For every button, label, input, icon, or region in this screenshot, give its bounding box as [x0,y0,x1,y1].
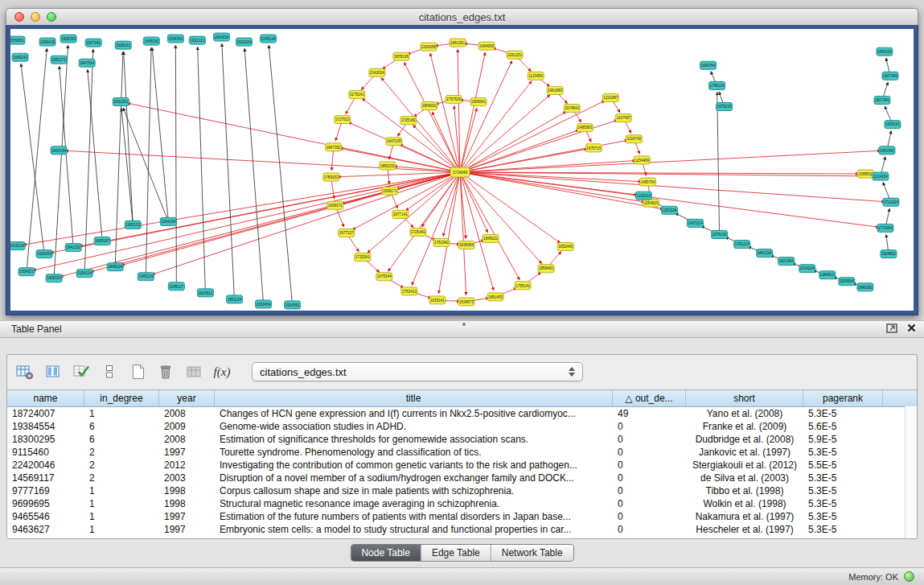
graph-node[interactable]: 1977137 [339,229,355,237]
column-header-pagerank[interactable]: pagerank [803,390,883,406]
zoom-window-button[interactable] [47,12,56,22]
graph-node[interactable]: 2264154 [160,217,176,225]
graph-node[interactable]: 1221987 [602,93,618,101]
table-row[interactable]: 1938455462009Genome-wide association stu… [7,420,917,433]
edit-columns-button[interactable] [72,363,91,381]
citation-edge-black[interactable] [88,69,102,241]
graph-node[interactable]: 2032454 [256,300,272,308]
graph-node[interactable]: 1664950 [478,42,495,50]
graph-node[interactable]: 1664794 [700,61,717,69]
citation-edge-red[interactable] [460,108,477,172]
citation-edge-red[interactable] [23,172,460,245]
graph-node[interactable]: 2245124 [261,35,277,43]
graph-node[interactable]: 1965224 [138,273,154,281]
tab-edge-table[interactable]: Edge Table [421,545,491,561]
table-row[interactable]: 946554611997Estimation of the future num… [7,510,917,523]
citation-edge-black[interactable] [152,47,168,221]
graph-node[interactable]: 1654321 [18,268,35,276]
graph-node[interactable]: 1721024 [883,198,899,206]
graph-node[interactable]: 1084512 [819,271,836,279]
citation-edge-red[interactable] [460,95,550,172]
network-canvas[interactable]: 1724049180604117575291899031172518216472… [10,29,914,311]
table-row[interactable]: 1456911722003Disruption of a novel membe… [7,472,917,484]
graph-node[interactable]: 1851124 [226,295,242,303]
column-header-in_degree[interactable]: in_degree [84,390,159,406]
graph-node[interactable]: 1936171 [382,187,398,195]
graph-node[interactable]: 2154124 [76,270,92,278]
graph-node[interactable]: 1425141 [885,121,901,129]
graph-node[interactable]: 1725182 [400,117,417,125]
graph-node[interactable]: 1942154 [51,146,67,154]
graph-node[interactable]: 1467214 [687,219,703,227]
graph-node[interactable]: 2051371 [51,56,67,64]
table-row[interactable]: 977716911998Corpus callosum shape and si… [7,484,917,497]
graph-node[interactable]: 1806041 [470,97,487,105]
graph-node[interactable]: 1845021 [483,234,499,242]
graph-node[interactable]: 1905324 [46,274,62,282]
graph-node[interactable]: 1841232 [65,244,81,252]
graph-node[interactable]: 1905141 [115,41,131,49]
graph-node[interactable]: 2245117 [168,282,184,290]
float-panel-icon[interactable] [886,323,897,336]
graph-node[interactable]: 1850232 [380,162,396,170]
graph-node[interactable]: 1495754 [639,178,655,186]
graph-node[interactable]: 1757529 [446,95,462,103]
graph-node[interactable]: 1124154 [873,172,889,180]
network-graph[interactable]: 1724049180604117575291899031172518216472… [10,29,914,311]
graph-node[interactable]: 1924224 [236,38,252,46]
graph-node[interactable]: 1921454 [778,257,795,266]
graph-node[interactable]: 1791224 [734,241,750,249]
citation-edge-red[interactable] [443,172,460,237]
graph-node[interactable]: 2051301 [113,97,129,105]
citation-edge-red[interactable] [460,160,635,172]
graph-node[interactable]: 2069419 [39,38,55,46]
graph-node[interactable]: 1789153 [323,173,339,181]
graph-node[interactable]: 1952443 [557,243,573,251]
column-header-title[interactable]: title [215,390,613,406]
table-row[interactable]: 2242004622012Investigating the contribut… [7,459,917,472]
graph-node[interactable]: 1845124 [107,263,123,271]
citation-edge-black[interactable] [27,48,47,272]
graph-node[interactable]: 1452441 [879,146,895,154]
graph-node[interactable]: 1961351 [450,39,466,47]
citation-edge-red[interactable] [460,140,628,172]
graph-node[interactable]: 1927344 [882,72,898,80]
citation-edge-red[interactable] [65,150,460,172]
graph-node[interactable]: 1635141 [429,296,446,304]
citation-edge-red[interactable] [460,150,881,172]
graph-node[interactable]: 2247341 [85,39,101,47]
graph-node[interactable]: 1053124 [661,206,677,214]
citation-edge-red[interactable] [127,103,460,172]
graph-node[interactable]: 1675344 [376,273,392,281]
table-row[interactable]: 1872400712008Changes of HCN gene express… [7,407,917,420]
graph-node[interactable]: 1932121 [189,36,205,44]
citation-edge-black[interactable] [198,47,206,293]
graph-node[interactable]: 1905132 [125,220,141,229]
citation-edge-red[interactable] [432,112,460,172]
citation-edge-red[interactable] [460,172,519,280]
graph-node[interactable]: 1924502 [881,250,897,258]
column-header-out_degree[interactable]: △ out_de... [613,390,686,406]
citation-edge-black[interactable] [146,47,151,277]
graph-node[interactable]: 1858491 [538,265,554,273]
citation-edge-black[interactable] [115,51,123,267]
graph-node[interactable]: 1275141 [349,90,365,98]
graph-node[interactable]: 1724049 [450,167,470,177]
table-row[interactable]: 911546021997Tourette syndrome. Phenomeno… [7,446,917,459]
graph-node[interactable]: 1123454 [528,72,544,80]
table-row[interactable]: 969969511998Structural magnetic resonanc… [7,497,917,510]
citation-edge-red[interactable] [460,112,566,172]
citation-edge-black[interactable] [124,51,133,225]
citation-edge-red[interactable] [460,172,879,227]
graph-node[interactable]: 1965141 [12,53,28,61]
graph-node[interactable]: 1915124 [10,242,25,250]
table-panel-header[interactable]: Table Panel [0,320,924,338]
graph-node[interactable]: 1725441 [410,228,426,236]
table-row[interactable]: 946362711997Embryonic stem cells: a mode… [7,523,917,536]
import-table-button[interactable] [184,363,203,381]
graph-node[interactable]: 1845292 [143,37,159,45]
graph-node[interactable]: 1847514 [79,59,95,67]
graph-node[interactable]: 1961983 [547,86,563,94]
graph-node[interactable]: 1054923 [643,199,659,207]
network-table-select[interactable]: citations_edges.txt [252,362,583,381]
